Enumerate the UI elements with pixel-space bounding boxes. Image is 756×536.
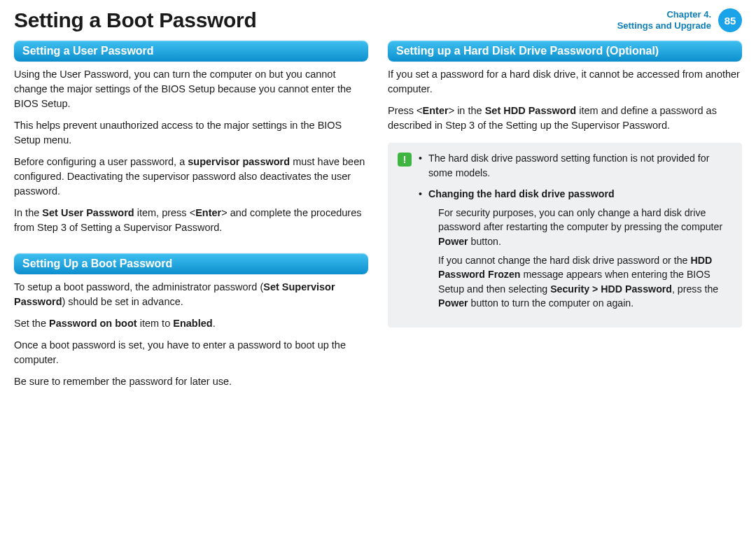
body-text: Set the Password on boot item to Enabled… (14, 316, 368, 331)
body-text: Press <Enter> in the Set HDD Password it… (388, 104, 742, 133)
callout-item: Changing the hard disk drive password Fo… (419, 187, 732, 311)
section-heading: Setting up a Hard Disk Drive Password (O… (388, 41, 742, 62)
body-text: Be sure to remember the password for lat… (14, 374, 368, 389)
body-text: Using the User Password, you can turn th… (14, 67, 368, 111)
body-text: Once a boot password is set, you have to… (14, 338, 368, 367)
body-text: To setup a boot password, the administra… (14, 280, 368, 309)
section-user-password: Setting a User Password Using the User P… (14, 41, 368, 235)
alert-icon: ! (398, 153, 412, 167)
page-title: Setting a Boot Password (14, 8, 256, 32)
page-header: Setting a Boot Password Chapter 4. Setti… (14, 8, 742, 32)
manual-page: Setting a Boot Password Chapter 4. Setti… (0, 0, 756, 536)
body-text: This helps prevent unauthorized access t… (14, 118, 368, 148)
page-header-right: Chapter 4. Settings and Upgrade 85 (617, 8, 742, 32)
callout-item: The hard disk drive password setting fun… (419, 151, 732, 180)
body-text: In the Set User Password item, press <En… (14, 206, 368, 235)
body-text: Before configuring a user password, a su… (14, 155, 368, 199)
section-heading: Setting Up a Boot Password (14, 253, 368, 274)
chapter-line1: Chapter 4. (617, 9, 711, 20)
section-boot-password: Setting Up a Boot Password To setup a bo… (14, 253, 368, 389)
left-column: Setting a User Password Using the User P… (14, 41, 368, 407)
content-columns: Setting a User Password Using the User P… (14, 41, 742, 407)
callout-list: The hard disk drive password setting fun… (419, 151, 732, 318)
page-number-badge: 85 (718, 8, 742, 32)
section-hdd-password: Setting up a Hard Disk Drive Password (O… (388, 41, 742, 133)
note-callout: ! The hard disk drive password setting f… (388, 143, 742, 327)
chapter-label: Chapter 4. Settings and Upgrade (617, 9, 711, 31)
callout-subtext: For security purposes, you can only chan… (428, 206, 732, 249)
right-column: Setting up a Hard Disk Drive Password (O… (388, 41, 742, 407)
chapter-line2: Settings and Upgrade (617, 20, 711, 31)
section-heading: Setting a User Password (14, 41, 368, 62)
body-text: If you set a password for a hard disk dr… (388, 67, 742, 97)
callout-subheading: Changing the hard disk drive password (428, 188, 615, 199)
callout-subtext: If you cannot change the hard disk drive… (428, 253, 732, 311)
